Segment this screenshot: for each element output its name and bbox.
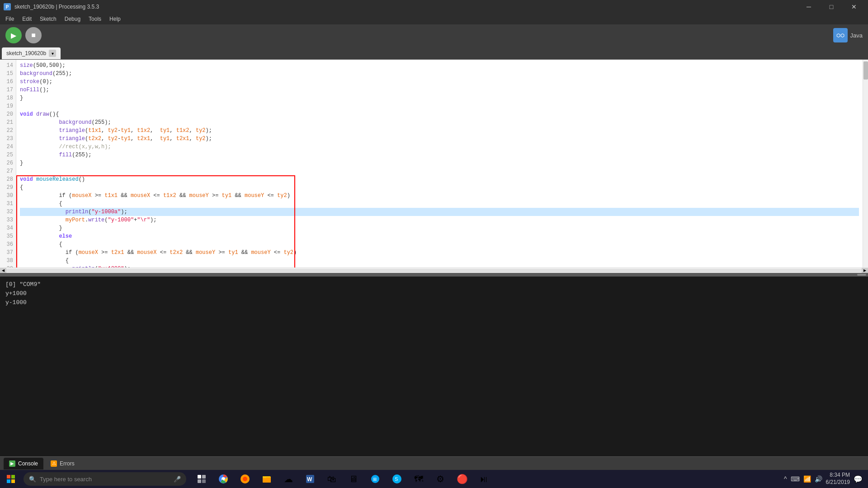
taskbar-file-explorer[interactable] — [257, 470, 277, 488]
code-line-27 — [20, 167, 859, 175]
code-line-16: stroke(0); — [20, 78, 859, 86]
horizontal-scrollbar[interactable]: ◀ ▶ — [0, 267, 868, 273]
svg-rect-5 — [202, 475, 206, 479]
menu-edit[interactable]: Edit — [19, 15, 35, 23]
microphone-icon[interactable]: 🎤 — [174, 476, 181, 483]
taskbar-skype[interactable]: S — [387, 470, 407, 488]
search-icon: 🔍 — [29, 476, 36, 483]
menu-debug[interactable]: Debug — [61, 15, 84, 23]
stop-button[interactable]: ■ — [25, 27, 42, 43]
console-output: [0] "COM9" y+1000 y-1000 — [0, 277, 868, 456]
svg-rect-6 — [198, 479, 201, 483]
console-section: [0] "COM9" y+1000 y-1000 ▶ Console ⚠ Err… — [0, 277, 868, 470]
svg-rect-3 — [11, 479, 15, 483]
taskbar-extra1[interactable]: ⊞ — [365, 470, 385, 488]
code-line-26: } — [20, 159, 859, 167]
svg-rect-1 — [11, 475, 15, 479]
maximize-button[interactable]: □ — [821, 0, 842, 14]
tab-bar: sketch_190620b ▾ — [0, 46, 868, 60]
sketch-tab[interactable]: sketch_190620b ▾ — [2, 47, 61, 59]
system-tray: ^ ⌨ 📶 🔊 8:34 PM 6/21/2019 💬 — [778, 472, 868, 486]
svg-rect-13 — [263, 478, 271, 483]
right-scrollbar[interactable] — [863, 60, 868, 267]
scroll-left-button[interactable]: ◀ — [0, 268, 6, 273]
code-line-28: void mouseReleased() — [20, 175, 859, 183]
code-line-29: { — [20, 183, 859, 192]
errors-warn-icon: ⚠ — [51, 460, 57, 467]
close-button[interactable]: ✕ — [844, 0, 864, 14]
taskbar-task-view[interactable] — [192, 470, 212, 488]
code-area[interactable]: 1415161718 1920212223 2425262728 2930313… — [0, 60, 868, 267]
taskbar-apps: ☁ W 🛍 🖥 ⊞ S 🗺 ⚙ 🔴 ⏯ — [188, 470, 778, 488]
taskbar-firefox[interactable] — [235, 470, 255, 488]
title-text: sketch_190620b | Processing 3.5.3 — [14, 4, 99, 10]
code-line-22: triangle(t1x1, ty2-ty1, t1x2, ty1, t1x2,… — [20, 127, 859, 135]
code-line-19 — [20, 102, 859, 110]
menu-file[interactable]: File — [2, 15, 18, 23]
svg-rect-14 — [263, 476, 266, 478]
errors-tab[interactable]: ⚠ Errors — [45, 458, 80, 469]
line-numbers: 1415161718 1920212223 2425262728 2930313… — [0, 60, 16, 267]
menu-bar: File Edit Sketch Debug Tools Help — [0, 14, 868, 24]
taskbar-extra3[interactable]: 🔴 — [452, 470, 472, 488]
tab-dropdown-button[interactable]: ▾ — [49, 50, 56, 57]
title-bar: P sketch_190620b | Processing 3.5.3 ─ □ … — [0, 0, 868, 14]
console-tab-label: Console — [18, 460, 38, 467]
run-button[interactable]: ▶ — [5, 27, 22, 43]
search-bar[interactable]: 🔍 Type here to search 🎤 — [24, 472, 186, 486]
code-content[interactable]: size(500,500); background(255); stroke(0… — [16, 60, 863, 267]
taskbar-media[interactable]: ⏯ — [474, 470, 494, 488]
svg-text:W: W — [307, 476, 312, 483]
window-controls: ─ □ ✕ — [798, 0, 864, 14]
divider-handle — [857, 274, 866, 276]
code-line-33: myPort.write("y-1000"+"\r"); — [20, 216, 859, 224]
scrollbar-thumb[interactable] — [863, 61, 868, 80]
java-label: Java — [850, 32, 863, 39]
editor-section: 1415161718 1920212223 2425262728 2930313… — [0, 60, 868, 273]
taskbar-extra2[interactable]: ⚙ — [430, 470, 450, 488]
code-line-24: //rect(x,y,w,h); — [20, 143, 859, 151]
console-tabs: ▶ Console ⚠ Errors — [0, 456, 868, 470]
code-line-25: fill(255); — [20, 151, 859, 159]
console-line-2: y+1000 — [5, 289, 863, 298]
menu-help[interactable]: Help — [106, 15, 124, 23]
scroll-right-button[interactable]: ▶ — [862, 268, 868, 273]
chevron-up-icon[interactable]: ^ — [784, 475, 787, 483]
svg-rect-4 — [198, 475, 201, 479]
code-line-31: { — [20, 200, 859, 208]
taskbar-word[interactable]: W — [300, 470, 320, 488]
network-icon[interactable]: 📶 — [803, 475, 811, 483]
toolbar: ▶ ■ ⬡⬡ Java — [0, 24, 868, 46]
code-line-37: if (mouseX >= t2x1 && mouseX <= t2x2 && … — [20, 249, 859, 257]
code-line-23: triangle(t2x2, ty2-ty1, t2x1, ty1, t2x1,… — [20, 135, 859, 143]
panel-divider[interactable] — [0, 273, 868, 277]
notification-icon[interactable]: 💬 — [854, 475, 863, 483]
svg-text:S: S — [395, 476, 398, 482]
menu-sketch[interactable]: Sketch — [36, 15, 60, 23]
search-input[interactable]: Type here to search — [40, 476, 170, 483]
taskbar-cloud[interactable]: ☁ — [278, 470, 298, 488]
code-line-14: size(500,500); — [20, 61, 859, 70]
console-play-icon: ▶ — [9, 460, 15, 467]
code-line-30: if (mouseX >= t1x1 && mouseX <= t1x2 && … — [20, 192, 859, 200]
code-line-17: noFill(); — [20, 86, 859, 94]
taskbar-store[interactable]: 🛍 — [322, 470, 342, 488]
code-line-20: void draw(){ — [20, 110, 859, 118]
minimize-button[interactable]: ─ — [798, 0, 819, 14]
volume-icon[interactable]: 🔊 — [815, 475, 822, 483]
taskbar: 🔍 Type here to search 🎤 — [0, 470, 868, 488]
menu-tools[interactable]: Tools — [85, 15, 105, 23]
start-button[interactable] — [0, 470, 22, 488]
code-line-34: } — [20, 224, 859, 232]
taskbar-chrome[interactable] — [213, 470, 233, 488]
code-line-32: println("y-1000a"); — [20, 208, 859, 216]
clock[interactable]: 8:34 PM 6/21/2019 — [826, 472, 850, 486]
code-line-39: println("y+1000"); — [20, 265, 859, 267]
taskbar-remote[interactable]: 🖥 — [344, 470, 363, 488]
taskbar-maps[interactable]: 🗺 — [409, 470, 429, 488]
errors-tab-label: Errors — [60, 460, 75, 467]
console-tab[interactable]: ▶ Console — [4, 458, 43, 469]
keyboard-icon[interactable]: ⌨ — [791, 475, 800, 483]
console-line-1: [0] "COM9" — [5, 280, 863, 289]
clock-date: 6/21/2019 — [826, 479, 850, 486]
